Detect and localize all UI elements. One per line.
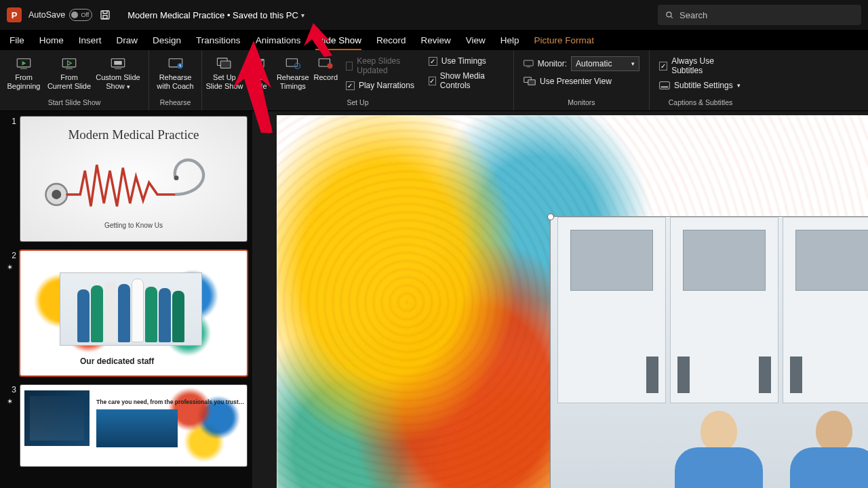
tab-review[interactable]: Review: [421, 35, 451, 50]
monitor-icon: [524, 59, 534, 68]
group-monitors: Monitor: Automatic▾ Use Presenter View M…: [514, 50, 650, 110]
tab-view[interactable]: View: [466, 35, 486, 50]
toggle-switch-icon[interactable]: Off: [69, 9, 92, 21]
powerpoint-app-icon: P: [7, 7, 22, 22]
use-timings-checkbox[interactable]: Use Timings: [425, 54, 508, 68]
slide-1-subtitle: Getting to Know Us: [104, 222, 163, 229]
svg-point-23: [174, 176, 179, 180]
title-bar: P AutoSave Off Modern Medical Practice •…: [0, 0, 868, 30]
show-media-controls-checkbox[interactable]: Show Media Controls: [425, 69, 508, 92]
play-from-current-icon: [60, 56, 78, 72]
use-presenter-view-checkbox[interactable]: Use Presenter View: [519, 75, 644, 88]
hide-slide-icon: [250, 56, 267, 72]
tab-file[interactable]: File: [9, 35, 24, 50]
tab-slide-show[interactable]: Slide Show: [315, 35, 361, 50]
svg-rect-19: [660, 82, 670, 89]
svg-rect-0: [101, 11, 109, 19]
selection-handle[interactable]: [547, 214, 554, 220]
group-captions: Always Use Subtitles Subtitle Settings ▾…: [650, 50, 751, 110]
slide-canvas[interactable]: [252, 111, 868, 488]
setup-show-icon: [216, 56, 233, 72]
svg-rect-6: [114, 61, 121, 65]
svg-point-22: [52, 190, 61, 199]
slide-2-caption: Our dedicated staff: [80, 357, 154, 366]
ribbon-tabs: File Home Insert Draw Design Transitions…: [0, 30, 868, 50]
animation-indicator-icon: ✶: [7, 397, 13, 406]
tab-animations[interactable]: Animations: [256, 35, 301, 50]
workspace: 1 Modern Medical Practice Getting to Kno…: [0, 111, 868, 488]
tab-design[interactable]: Design: [153, 35, 181, 50]
tab-insert[interactable]: Insert: [79, 35, 102, 50]
play-narrations-checkbox[interactable]: Play Narrations: [342, 79, 419, 92]
keep-slides-updated-checkbox: Keep Slides Updated: [342, 54, 419, 77]
record-icon: [317, 56, 334, 72]
rehearse-with-coach-button[interactable]: Rehearse with Coach: [152, 53, 199, 91]
from-beginning-button[interactable]: From Beginning: [3, 53, 45, 91]
coach-icon: [167, 56, 184, 72]
record-button[interactable]: Record: [313, 53, 339, 82]
autosave-toggle[interactable]: AutoSave Off: [28, 9, 92, 21]
rehearse-timings-icon: [284, 56, 302, 72]
document-title[interactable]: Modern Medical Practice • Saved to this …: [127, 10, 304, 20]
slide-thumbnail-3[interactable]: 3 ✶ The care you need, from the professi…: [5, 385, 247, 466]
save-icon[interactable]: [99, 9, 111, 21]
set-up-slide-show-button[interactable]: Set Up Slide Show: [205, 53, 244, 91]
group-start-slide-show: From Beginning From Current Slide Custom…: [0, 50, 149, 110]
tab-record[interactable]: Record: [376, 35, 406, 50]
hide-slide-button[interactable]: Hide Slide: [244, 53, 273, 91]
subtitles-icon: [659, 81, 670, 90]
autosave-label: AutoSave: [28, 10, 65, 20]
tab-picture-format[interactable]: Picture Format: [534, 35, 595, 50]
group-set-up: Set Up Slide Show Hide Slide Rehearse Ti…: [202, 50, 514, 110]
selected-staff-photo[interactable]: [551, 217, 868, 488]
custom-show-icon: [109, 56, 127, 72]
svg-rect-10: [220, 61, 231, 68]
search-input[interactable]: Search: [658, 5, 861, 25]
group-rehearse: Rehearse with Coach Rehearse: [149, 50, 202, 110]
slide-1-title: Modern Medical Practice: [68, 127, 199, 142]
animation-indicator-icon: ✶: [7, 263, 13, 272]
heartbeat-stethoscope-icon: [39, 142, 229, 217]
svg-rect-1: [103, 16, 107, 19]
staff-photo-icon: [60, 272, 202, 346]
slide-thumbnail-2[interactable]: 2 ✶ Our dedicated staff: [5, 251, 247, 375]
tab-help[interactable]: Help: [500, 35, 519, 50]
monitor-dropdown[interactable]: Automatic▾: [571, 56, 639, 71]
slide-thumbnail-1[interactable]: 1 Modern Medical Practice Getting to Kno…: [5, 117, 247, 241]
svg-point-15: [328, 63, 333, 68]
slide-number: 1: [5, 117, 16, 241]
monitor-selector[interactable]: Monitor: Automatic▾: [519, 54, 644, 73]
current-slide: [277, 115, 868, 488]
svg-point-2: [667, 12, 671, 17]
from-current-slide-button[interactable]: From Current Slide: [45, 53, 94, 91]
svg-rect-16: [524, 60, 534, 66]
svg-rect-12: [286, 59, 297, 66]
chevron-down-icon: ▾: [301, 12, 304, 19]
svg-rect-4: [62, 59, 76, 67]
slide-3-headline: The care you need, from the professional…: [96, 399, 244, 405]
subtitle-settings-button[interactable]: Subtitle Settings ▾: [655, 79, 746, 92]
presenter-icon: [524, 77, 536, 86]
tab-home[interactable]: Home: [39, 35, 64, 50]
svg-rect-20: [661, 86, 669, 87]
rehearse-timings-button[interactable]: Rehearse Timings: [273, 53, 313, 91]
always-use-subtitles-checkbox[interactable]: Always Use Subtitles: [655, 54, 746, 77]
chevron-down-icon: ▾: [127, 83, 130, 90]
ribbon: From Beginning From Current Slide Custom…: [0, 50, 868, 111]
chevron-down-icon: ▾: [737, 82, 741, 89]
play-from-start-icon: [15, 56, 33, 72]
slide-thumbnail-pane[interactable]: 1 Modern Medical Practice Getting to Kno…: [0, 111, 252, 488]
search-icon: [665, 10, 674, 20]
svg-rect-18: [528, 80, 536, 85]
custom-slide-show-button[interactable]: Custom Slide Show ▾: [94, 53, 142, 92]
tab-transitions[interactable]: Transitions: [196, 35, 241, 50]
tab-draw[interactable]: Draw: [117, 35, 138, 50]
